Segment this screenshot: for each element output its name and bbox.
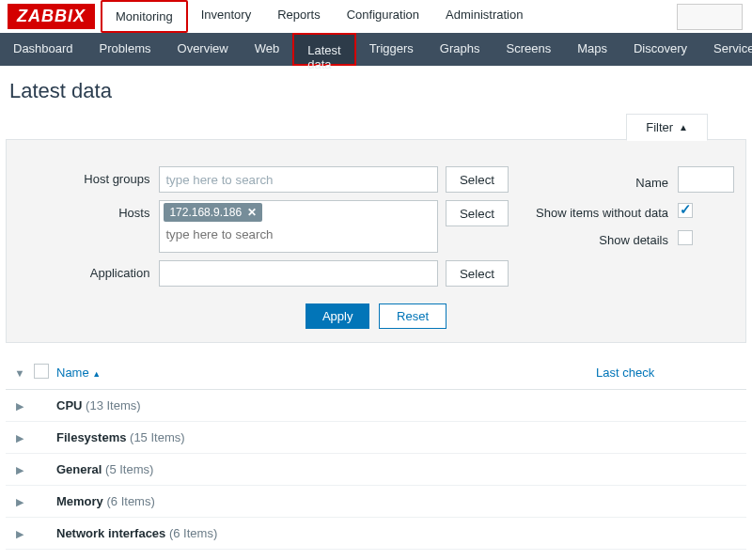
hosts-label: Hosts: [20, 200, 159, 220]
expand-toggle[interactable]: ▶: [6, 462, 34, 476]
subnav-dashboard[interactable]: Dashboard: [0, 33, 86, 66]
group-name: Filesystems: [56, 430, 126, 444]
show-without-checkbox[interactable]: [678, 203, 693, 218]
table-header: ▼ Name ▲ Last check: [6, 356, 746, 390]
top-bar: ZABBIX Monitoring Inventory Reports Conf…: [0, 0, 752, 33]
subnav-maps[interactable]: Maps: [564, 33, 620, 66]
subnav-discovery[interactable]: Discovery: [620, 33, 700, 66]
name-column-label: Name: [56, 366, 89, 380]
expand-all[interactable]: ▼: [6, 366, 34, 380]
logo: ZABBIX: [8, 4, 95, 29]
chevron-right-icon: ▶: [16, 496, 24, 507]
expand-toggle[interactable]: ▶: [6, 398, 34, 412]
group-count: (15 Items): [130, 430, 185, 444]
host-tag[interactable]: 172.168.9.186 ✕: [164, 203, 262, 222]
subnav-problems[interactable]: Problems: [86, 33, 164, 66]
expand-toggle[interactable]: ▶: [6, 430, 34, 444]
hostgroups-input[interactable]: [159, 166, 438, 193]
group-count: (5 Items): [105, 462, 153, 476]
group-name: Memory: [56, 494, 103, 508]
name-input[interactable]: [678, 166, 734, 193]
search-input[interactable]: [677, 4, 743, 30]
subnav-graphs[interactable]: Graphs: [427, 33, 494, 66]
group-name: General: [56, 462, 102, 476]
sort-asc-icon: ▲: [92, 369, 101, 379]
lastcheck-column-sort[interactable]: Last check: [596, 366, 654, 380]
group-row: ▶Memory (6 Items): [6, 486, 746, 518]
application-select-button[interactable]: Select: [446, 260, 509, 287]
chevron-up-icon: ▲: [679, 122, 688, 132]
tab-reports[interactable]: Reports: [264, 0, 334, 33]
subnav-triggers[interactable]: Triggers: [356, 33, 427, 66]
host-tag-text: 172.168.9.186: [169, 206, 242, 219]
show-without-label: Show items without data: [509, 200, 678, 220]
select-all-checkbox[interactable]: [34, 364, 49, 379]
apply-button[interactable]: Apply: [306, 303, 370, 329]
application-label: Application: [20, 260, 159, 280]
group-row: ▶CPU (13 Items): [6, 390, 746, 422]
tab-monitoring[interactable]: Monitoring: [101, 0, 188, 33]
chevron-right-icon: ▶: [16, 432, 24, 443]
group-count: (6 Items): [169, 526, 217, 540]
global-search: [677, 4, 743, 30]
group-name: Network interfaces: [56, 526, 165, 540]
name-column-sort[interactable]: Name ▲: [56, 366, 101, 380]
expand-toggle[interactable]: ▶: [6, 494, 34, 508]
group-row: ▶General (5 Items): [6, 454, 746, 486]
subnav-screens[interactable]: Screens: [493, 33, 564, 66]
group-count: (13 Items): [86, 398, 141, 412]
filter-toggle[interactable]: Filter ▲: [626, 114, 708, 141]
group-row: ▼oracle (1 Item): [6, 550, 746, 560]
tab-inventory[interactable]: Inventory: [188, 0, 264, 33]
subnav-web[interactable]: Web: [242, 33, 293, 66]
hosts-input[interactable]: [164, 224, 433, 244]
subnav-services[interactable]: Services: [700, 33, 752, 66]
reset-button[interactable]: Reset: [379, 303, 446, 329]
filter-panel: Filter ▲ Host groups Select Hosts 172.16…: [6, 139, 746, 343]
show-details-checkbox[interactable]: [678, 230, 693, 245]
tab-configuration[interactable]: Configuration: [334, 0, 432, 33]
group-name: CPU: [56, 398, 82, 412]
chevron-right-icon: ▶: [16, 528, 24, 539]
subnav-latestdata[interactable]: Latest data: [292, 33, 355, 66]
top-tabs: Monitoring Inventory Reports Configurati…: [101, 0, 536, 33]
hostgroups-label: Host groups: [20, 166, 159, 186]
hosts-select-button[interactable]: Select: [446, 200, 509, 226]
application-input[interactable]: [159, 260, 438, 287]
expand-toggle[interactable]: ▶: [6, 526, 34, 540]
page-title: Latest data: [0, 66, 752, 113]
tab-administration[interactable]: Administration: [432, 0, 536, 33]
hostgroups-select-button[interactable]: Select: [446, 166, 509, 193]
close-icon[interactable]: ✕: [247, 206, 257, 219]
chevron-down-icon: ▼: [15, 367, 25, 379]
chevron-right-icon: ▶: [16, 464, 24, 475]
group-count: (6 Items): [106, 494, 154, 508]
filter-toggle-label: Filter: [646, 120, 673, 134]
group-row: ▶Network interfaces (6 Items): [6, 518, 746, 550]
name-label: Name: [509, 170, 678, 190]
group-row: ▶Filesystems (15 Items): [6, 422, 746, 454]
data-table: ▼ Name ▲ Last check ▶CPU (13 Items)▶File…: [6, 356, 746, 560]
subnav-overview[interactable]: Overview: [164, 33, 242, 66]
sub-nav: Dashboard Problems Overview Web Latest d…: [0, 33, 752, 66]
show-details-label: Show details: [509, 227, 678, 247]
hosts-tagbox[interactable]: 172.168.9.186 ✕: [159, 200, 438, 253]
chevron-right-icon: ▶: [16, 400, 24, 412]
